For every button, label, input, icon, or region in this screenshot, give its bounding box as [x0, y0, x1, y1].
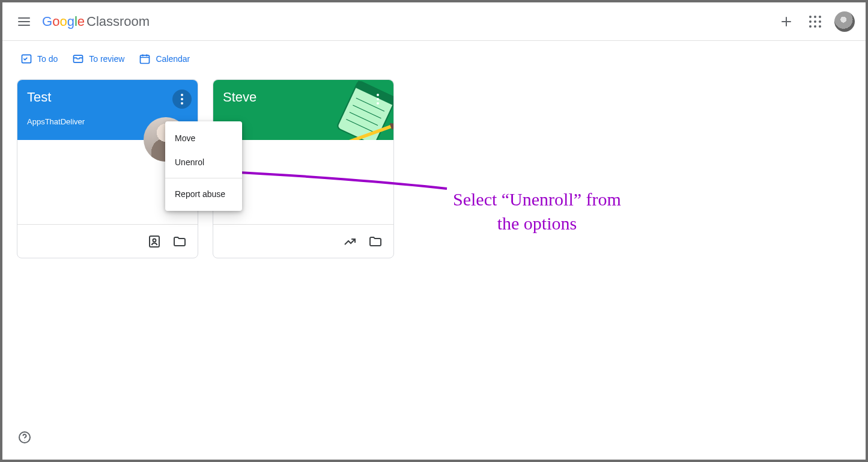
todo-link[interactable]: To do: [20, 53, 58, 65]
folder-icon: [368, 234, 383, 249]
hamburger-icon: [17, 14, 31, 29]
class-card-footer: [213, 224, 393, 258]
class-folder-button[interactable]: [363, 229, 387, 254]
calendar-link[interactable]: Calendar: [139, 53, 190, 65]
class-more-button[interactable]: [368, 90, 387, 109]
menu-divider: [165, 178, 242, 178]
gradebook-trend-button[interactable]: [338, 229, 362, 254]
class-more-button[interactable]: [172, 90, 192, 109]
class-title: Test: [27, 90, 166, 105]
inbox-icon: [72, 53, 84, 65]
to-review-link[interactable]: To review: [72, 53, 124, 65]
calendar-label: Calendar: [156, 54, 190, 64]
apps-grid-icon: [809, 16, 821, 28]
svg-point-15: [24, 440, 25, 440]
account-avatar[interactable]: [834, 11, 855, 32]
main-menu-button[interactable]: [10, 7, 38, 36]
class-title-link[interactable]: Steve: [223, 90, 256, 105]
class-options-menu: Move Unenrol Report abuse: [165, 121, 242, 211]
menu-item-report-abuse[interactable]: Report abuse: [165, 182, 242, 206]
class-card-footer: [17, 224, 198, 258]
assignment-person-icon: [147, 234, 162, 249]
svg-point-4: [153, 239, 156, 242]
create-or-join-button[interactable]: [772, 7, 801, 36]
to-review-label: To review: [89, 54, 124, 64]
vertical-dots-icon: [377, 94, 379, 105]
classroom-word: Classroom: [86, 14, 150, 29]
calendar-icon: [139, 53, 151, 65]
folder-icon: [172, 234, 187, 249]
checklist-icon: [20, 53, 32, 65]
your-work-button[interactable]: [142, 229, 166, 254]
app-header: Google Classroom: [2, 2, 866, 41]
todo-label: To do: [37, 54, 58, 64]
header-decoration: [327, 80, 393, 140]
class-folder-button[interactable]: [168, 229, 192, 254]
class-subtitle: AppsThatDeliver: [27, 117, 166, 126]
google-apps-button[interactable]: [801, 7, 830, 36]
menu-item-move[interactable]: Move: [165, 126, 242, 150]
menu-item-unenrol[interactable]: Unenrol: [165, 150, 242, 174]
quick-links-toolbar: To do To review Calendar: [2, 41, 866, 67]
svg-rect-2: [141, 55, 150, 63]
help-icon: [17, 430, 32, 445]
trending-up-icon: [343, 234, 357, 249]
plus-icon: [779, 14, 794, 29]
class-title-link[interactable]: Test: [27, 90, 51, 105]
google-wordmark: Google: [42, 14, 85, 29]
google-classroom-logo[interactable]: Google Classroom: [42, 14, 150, 29]
vertical-dots-icon: [181, 94, 183, 105]
class-cards-grid: Test AppsThatDeliver: [2, 67, 866, 270]
help-button[interactable]: [14, 427, 35, 448]
